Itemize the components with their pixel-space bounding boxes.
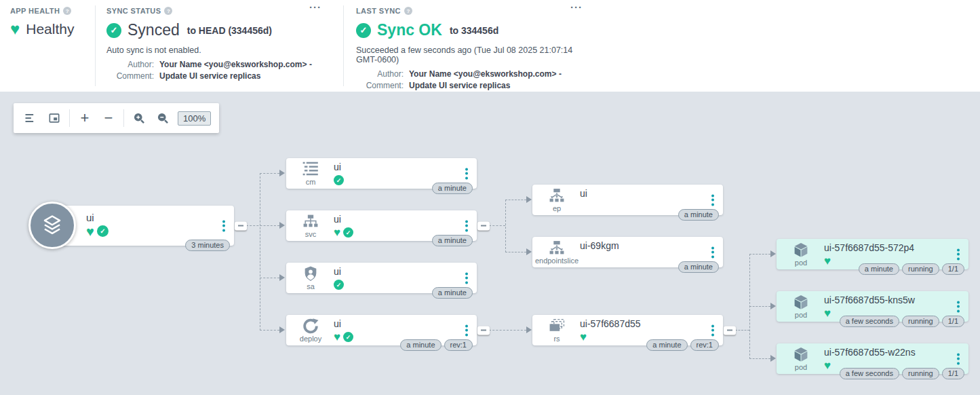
configmap-icon bbox=[300, 161, 321, 178]
badge: a minute bbox=[400, 339, 441, 351]
node-svc-ui[interactable]: svc ui ♥✓ a minute bbox=[286, 210, 477, 241]
node-menu-button[interactable] bbox=[955, 299, 962, 314]
resource-name: ui bbox=[580, 188, 587, 199]
badge: a minute bbox=[646, 339, 687, 351]
magnify-in-button[interactable] bbox=[130, 109, 148, 127]
list-view-button[interactable] bbox=[22, 109, 39, 127]
resource-tree: + − 100% bbox=[0, 92, 980, 395]
help-icon[interactable] bbox=[404, 7, 412, 15]
pod-icon bbox=[791, 242, 811, 259]
collapse-handle[interactable] bbox=[477, 326, 490, 335]
help-icon[interactable] bbox=[63, 7, 71, 15]
endpoints-icon bbox=[547, 187, 567, 204]
help-icon[interactable] bbox=[164, 7, 172, 15]
sync-status-panel: SYNC STATUS ··· ✓ Synced to HEAD (334456… bbox=[96, 0, 343, 92]
node-rs-ui[interactable]: rs ui-57f6687d55 ♥ a minuterev:1 bbox=[532, 315, 723, 345]
pod-icon bbox=[791, 346, 811, 363]
resource-status-icons: ♥✓ bbox=[334, 227, 353, 238]
resource-name: ui bbox=[86, 212, 109, 223]
node-menu-button[interactable] bbox=[463, 218, 470, 233]
node-pod-1[interactable]: pod ui-57f6687d55-572p4 ♥ a minuterunnin… bbox=[777, 239, 968, 269]
node-menu-button[interactable] bbox=[955, 246, 962, 262]
badge: rev:1 bbox=[444, 339, 473, 351]
node-app-ui[interactable]: ui ♥✓ 3 minutes bbox=[51, 206, 234, 246]
node-menu-button[interactable] bbox=[955, 351, 962, 366]
healthy-heart-icon: ♥ bbox=[10, 21, 20, 37]
magnifier-minus-icon bbox=[156, 111, 170, 125]
collapse-handle[interactable] bbox=[724, 326, 736, 335]
collapse-handle[interactable] bbox=[235, 221, 247, 230]
resource-name: ui bbox=[334, 214, 353, 225]
last-sync-menu-button[interactable]: ··· bbox=[570, 4, 583, 11]
author-label: Author: bbox=[356, 69, 404, 79]
badge: 3 minutes bbox=[185, 240, 230, 251]
resource-name: ui-57f6687d55-kns5w bbox=[824, 295, 915, 305]
resource-name: ui-57f6687d55-572p4 bbox=[824, 242, 914, 253]
resource-status-icons: ✓ bbox=[334, 174, 344, 186]
node-badges: a minuterev:1 bbox=[400, 339, 473, 351]
connector-line bbox=[489, 225, 505, 226]
magnify-out-button[interactable] bbox=[154, 109, 172, 127]
toolbar-divider bbox=[69, 109, 70, 127]
connector-line bbox=[260, 173, 260, 331]
node-deploy-ui[interactable]: deploy ui ♥✓ a minuterev:1 bbox=[286, 315, 477, 345]
health-heart-icon: ♥ bbox=[824, 360, 831, 371]
resource-status-icons: ♥✓ bbox=[86, 225, 109, 237]
collapse-handle[interactable] bbox=[477, 221, 490, 230]
zoom-out-button[interactable]: − bbox=[100, 109, 117, 127]
badge: 1/1 bbox=[942, 316, 964, 327]
app-health-status: Healthy bbox=[26, 21, 74, 37]
connector-arrow bbox=[526, 326, 532, 333]
fit-view-button[interactable] bbox=[45, 109, 63, 127]
node-badges: a few secondsrunning1/1 bbox=[840, 368, 964, 379]
connector-arrow bbox=[770, 250, 776, 257]
badge: rev:1 bbox=[690, 339, 719, 351]
badge: 1/1 bbox=[942, 263, 964, 275]
node-menu-button[interactable] bbox=[709, 244, 716, 260]
node-endpointslice-ui[interactable]: endpointslice ui-69kgm a minute bbox=[532, 237, 723, 267]
sync-ok-check-icon: ✓ bbox=[356, 23, 371, 38]
sync-status-target: to HEAD (334456d) bbox=[187, 25, 272, 36]
comment-value: Update UI service replicas bbox=[159, 71, 343, 81]
node-menu-button[interactable] bbox=[709, 192, 716, 208]
node-badges: a minute bbox=[432, 287, 473, 299]
connector-arrow bbox=[770, 355, 776, 362]
auto-sync-note: Auto sync is not enabled. bbox=[106, 45, 343, 55]
sync-check-icon: ✓ bbox=[334, 175, 344, 185]
zoom-in-button[interactable]: + bbox=[76, 109, 94, 127]
node-menu-button[interactable] bbox=[463, 322, 470, 338]
resource-status-icons: ♥✓ bbox=[334, 331, 353, 343]
connector-line bbox=[260, 173, 279, 174]
synced-check-icon: ✓ bbox=[106, 23, 121, 38]
badge: a few seconds bbox=[840, 316, 899, 327]
node-menu-button[interactable] bbox=[709, 322, 716, 338]
resource-kind-label: svc bbox=[305, 230, 317, 239]
node-sa-ui[interactable]: sa ui ✓ a minute bbox=[286, 263, 477, 293]
node-pod-2[interactable]: pod ui-57f6687d55-kns5w ♥ a few secondsr… bbox=[777, 291, 968, 322]
node-ep-ui[interactable]: ep ui a minute bbox=[532, 185, 723, 215]
menu-lines-icon bbox=[24, 111, 37, 125]
node-menu-button[interactable] bbox=[463, 166, 470, 181]
connector-line bbox=[749, 306, 770, 307]
node-menu-button[interactable] bbox=[220, 218, 227, 233]
sync-check-icon: ✓ bbox=[334, 280, 344, 290]
node-menu-button[interactable] bbox=[463, 270, 470, 286]
resource-name: ui-57f6687d55-w22ns bbox=[824, 347, 916, 358]
comment-label: Comment: bbox=[356, 81, 404, 90]
resource-status-icons: ✓ bbox=[334, 279, 344, 290]
health-heart-icon: ♥ bbox=[86, 225, 94, 238]
resource-kind-label: cm bbox=[306, 178, 316, 187]
sync-check-icon: ✓ bbox=[97, 225, 109, 237]
connector-line bbox=[489, 330, 526, 331]
comment-value: Update UI service replicas bbox=[409, 81, 595, 90]
badge: running bbox=[902, 263, 939, 275]
connector-line bbox=[749, 254, 770, 255]
connector-line bbox=[260, 330, 279, 331]
node-badges: a few secondsrunning1/1 bbox=[840, 316, 964, 327]
last-sync-value: Sync OK bbox=[377, 21, 442, 39]
node-cm-ui[interactable]: cm ui ✓ a minute bbox=[286, 158, 477, 189]
sync-status-menu-button[interactable]: ··· bbox=[309, 4, 321, 11]
connector-arrow bbox=[279, 170, 285, 176]
node-pod-3[interactable]: pod ui-57f6687d55-w22ns ♥ a few secondsr… bbox=[777, 343, 968, 374]
resource-name: ui bbox=[334, 318, 353, 329]
